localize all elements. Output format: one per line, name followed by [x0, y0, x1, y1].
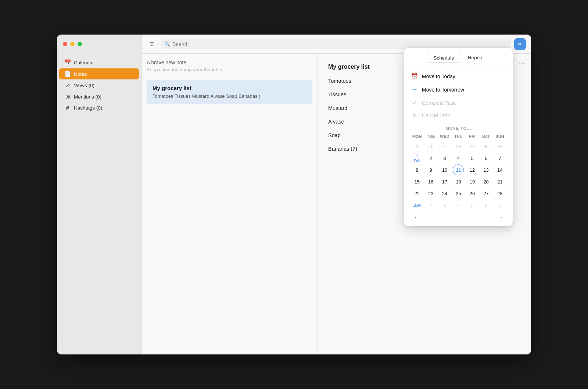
edit-button[interactable]: ✏ — [514, 38, 526, 50]
app-window: 📅 Calendar 📄 Notes ⊿ Views (0) ◎ Mention… — [57, 35, 531, 354]
tomorrow-icon: → — [411, 86, 418, 93]
cal-day[interactable]: 15 — [412, 176, 423, 187]
cal-day[interactable]: 26 — [467, 188, 478, 199]
edit-icon: ✏ — [518, 41, 522, 47]
notes-icon: 📄 — [64, 71, 71, 77]
filter-button[interactable] — [147, 39, 157, 49]
cal-day[interactable]: 6 — [481, 200, 492, 211]
search-box[interactable]: 🔍 — [161, 39, 510, 49]
maximize-button[interactable] — [78, 42, 82, 46]
cal-day[interactable]: 22 — [412, 188, 423, 199]
brave-note-subtitle: Keep calm and dump your thoughts — [147, 67, 312, 72]
cancel-task-action: ⊗ Cancel Task — [404, 109, 513, 122]
cal-day[interactable]: 5 — [467, 153, 478, 164]
day-header-thu: THU — [452, 133, 466, 139]
calendar-icon: 📅 — [64, 59, 71, 66]
cal-day[interactable]: 4 — [453, 153, 464, 164]
calendar-nav: ← → — [410, 211, 507, 222]
hashtags-icon: # — [64, 105, 71, 111]
cal-day[interactable]: 21 — [494, 176, 505, 187]
cal-day[interactable]: 7 — [494, 153, 505, 164]
cal-day[interactable]: 1Feb — [412, 153, 423, 164]
cal-day[interactable]: 20 — [481, 176, 492, 187]
cal-day[interactable]: 23 — [425, 188, 436, 199]
cal-day[interactable]: 27 — [439, 141, 450, 152]
cal-day[interactable]: 2 — [425, 200, 436, 211]
calendar-header: MON TUE WED THU FRI SAT SUN — [410, 133, 507, 139]
grocery-note-preview: Tomatoes Tissues Mustard A vase Soap Ban… — [153, 93, 306, 99]
search-input[interactable] — [172, 41, 507, 47]
cal-day[interactable]: 27 — [481, 188, 492, 199]
grocery-note-card[interactable]: My grocery list Tomatoes Tissues Mustard… — [147, 80, 312, 104]
grocery-note-title: My grocery list — [153, 85, 306, 91]
cal-day[interactable]: 2 — [425, 153, 436, 164]
cal-day[interactable]: 8 — [412, 164, 423, 175]
move-today-action[interactable]: ⏰ Move to Today — [404, 70, 513, 83]
cal-day[interactable]: 4 — [453, 200, 464, 211]
cal-day[interactable]: 29 — [467, 141, 478, 152]
cal-day[interactable]: 5 — [467, 200, 478, 211]
tab-schedule[interactable]: Schedule — [427, 53, 461, 63]
titlebar — [57, 35, 141, 54]
sidebar-item-views[interactable]: ⊿ Views (0) — [59, 80, 139, 91]
cal-day[interactable]: 18 — [453, 176, 464, 187]
sidebar-item-hashtags[interactable]: # Hashtags (0) — [59, 103, 139, 113]
sidebar-item-notes[interactable]: 📄 Notes — [59, 68, 139, 79]
cal-day[interactable]: 9 — [425, 164, 436, 175]
today-icon: ⏰ — [411, 73, 418, 80]
day-header-wed: WED — [438, 133, 452, 139]
more-button[interactable]: ··· — [519, 60, 527, 349]
search-icon: 🔍 — [164, 41, 170, 47]
popup-actions: ⏰ Move to Today → Move to Tomorrow ✓ Com… — [404, 67, 513, 123]
calendar-section: MOVE TO... MON TUE WED THU FRI SAT SUN 2… — [404, 123, 513, 222]
cal-day[interactable]: 16 — [425, 176, 436, 187]
cal-day[interactable]: 10 — [439, 164, 450, 175]
cal-day[interactable]: 24 — [439, 188, 450, 199]
cal-day[interactable]: 25 — [453, 188, 464, 199]
cal-prev-button[interactable]: ← — [412, 214, 422, 222]
calendar-grid: MON TUE WED THU FRI SAT SUN 25 26 27 28 … — [410, 133, 507, 211]
day-header-mon: MON — [410, 133, 424, 139]
day-header-tue: TUE — [424, 133, 438, 139]
calendar-body: 25 26 27 28 29 30 31 1Feb 2 3 4 5 6 — [410, 141, 507, 211]
sidebar-item-calendar[interactable]: 📅 Calendar — [59, 57, 139, 68]
day-header-fri: FRI — [465, 133, 479, 139]
complete-task-action: ✓ Complete Task — [404, 96, 513, 109]
cal-day[interactable]: 3 — [439, 153, 450, 164]
cal-day[interactable]: 26 — [425, 141, 436, 152]
cal-day[interactable]: 28 — [494, 188, 505, 199]
day-header-sun: SUN — [493, 133, 507, 139]
cal-next-button[interactable]: → — [495, 214, 505, 222]
cal-day[interactable]: 6 — [481, 153, 492, 164]
cal-day[interactable]: 12 — [467, 164, 478, 175]
move-today-label: Move to Today — [422, 74, 455, 79]
sidebar: 📅 Calendar 📄 Notes ⊿ Views (0) ◎ Mention… — [57, 35, 141, 354]
views-icon: ⊿ — [64, 82, 71, 89]
cal-day[interactable]: 28 — [453, 141, 464, 152]
move-tomorrow-action[interactable]: → Move to Tomorrow — [404, 83, 513, 96]
cal-day[interactable]: 7 — [494, 200, 505, 211]
cal-day[interactable]: 13 — [481, 164, 492, 175]
cal-day-today[interactable]: 11 — [453, 164, 464, 175]
tab-repeat[interactable]: Repeat — [461, 53, 491, 63]
close-button[interactable] — [63, 42, 67, 46]
sidebar-label-hashtags: Hashtags (0) — [74, 105, 102, 111]
cal-day[interactable]: 14 — [494, 164, 505, 175]
cal-day[interactable]: 3 — [439, 200, 450, 211]
complete-task-label: Complete Task — [422, 100, 456, 106]
sidebar-label-calendar: Calendar — [74, 60, 94, 65]
cancel-icon: ⊗ — [411, 112, 418, 119]
cal-day[interactable]: 25 — [412, 141, 423, 152]
cal-day[interactable]: 1Mar — [412, 200, 423, 211]
cal-day[interactable]: 31 — [494, 141, 505, 152]
move-tomorrow-label: Move to Tomorrow — [422, 87, 464, 93]
sidebar-label-views: Views (0) — [74, 83, 94, 88]
sidebar-item-mentions[interactable]: ◎ Mentions (0) — [59, 91, 139, 102]
sidebar-label-mentions: Mentions (0) — [74, 94, 101, 100]
cal-day[interactable]: 17 — [439, 176, 450, 187]
sidebar-nav: 📅 Calendar 📄 Notes ⊿ Views (0) ◎ Mention… — [57, 54, 141, 354]
cal-day[interactable]: 30 — [481, 141, 492, 152]
cal-day[interactable]: 19 — [467, 176, 478, 187]
day-header-sat: SAT — [479, 133, 493, 139]
minimize-button[interactable] — [70, 42, 75, 46]
